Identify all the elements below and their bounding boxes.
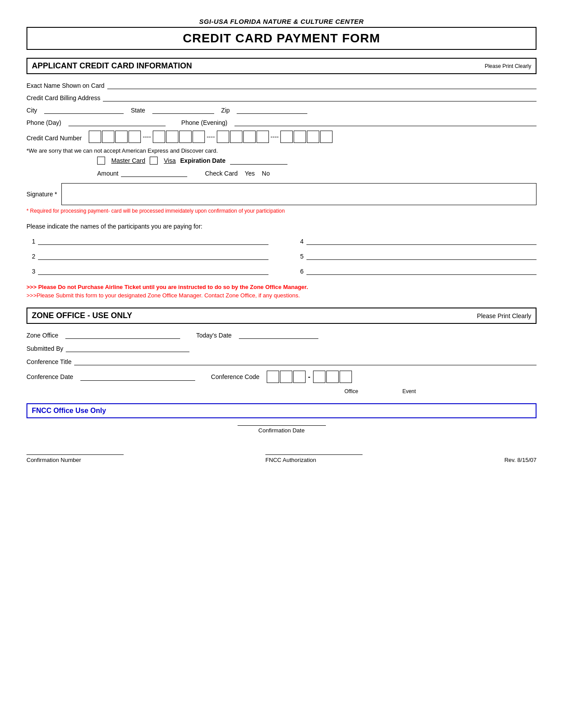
- cc-box-8[interactable]: [193, 131, 205, 143]
- event-label: Event: [402, 388, 416, 394]
- cc-box-13[interactable]: [280, 131, 293, 143]
- mastercard-checkbox[interactable]: [97, 157, 105, 165]
- submitted-by-label: Submitted By: [26, 345, 63, 352]
- participant-number-5: 5: [295, 253, 304, 260]
- participants-intro: Please indicate the names of the partici…: [26, 223, 537, 230]
- zone-section-title: ZONE OFFICE - USE ONLY: [32, 311, 132, 320]
- participant-row-2: 2: [26, 252, 268, 260]
- phone-day-label: Phone (Day): [26, 119, 61, 126]
- code-box-2[interactable]: [280, 371, 292, 383]
- participant-field-1[interactable]: [38, 237, 268, 245]
- participant-field-5[interactable]: [306, 252, 537, 260]
- participant-field-6[interactable]: [306, 267, 537, 275]
- amount-label: Amount: [97, 170, 118, 177]
- zip-field[interactable]: [237, 106, 307, 114]
- participant-number-4: 4: [295, 238, 304, 245]
- participant-row-3: 3: [26, 267, 268, 275]
- amount-row: Amount Check Card Yes No: [97, 169, 537, 177]
- todays-date-label: Today's Date: [196, 332, 232, 339]
- signature-box[interactable]: [61, 183, 537, 205]
- cc-box-6[interactable]: [166, 131, 178, 143]
- yes-label: Yes: [245, 170, 255, 177]
- participant-number-2: 2: [26, 253, 35, 260]
- participants-grid: 1 4 2 5 3 6: [26, 237, 537, 275]
- code-box-3[interactable]: [293, 371, 306, 383]
- confirmation-date-label: Confirmation Date: [258, 427, 305, 434]
- participant-number-1: 1: [26, 238, 35, 245]
- participant-row-1: 1: [26, 237, 268, 245]
- signature-row: Signature *: [26, 183, 537, 205]
- exact-name-field[interactable]: [107, 81, 537, 89]
- state-label: State: [131, 107, 145, 114]
- conference-date-code-row: Conference Date Conference Code -: [26, 371, 537, 383]
- amount-section: Amount: [97, 169, 187, 177]
- rev-label: Rev. 8/15/07: [504, 457, 537, 463]
- form-title: CREDIT CARD PAYMENT FORM: [26, 27, 537, 50]
- office-event-labels: Office Event: [344, 388, 537, 394]
- code-dash: -: [308, 373, 310, 381]
- expiration-field[interactable]: [230, 157, 287, 165]
- billing-address-label: Credit Card Billing Address: [26, 94, 100, 101]
- submitted-by-field[interactable]: [66, 344, 189, 352]
- cc-box-9[interactable]: [217, 131, 229, 143]
- city-field[interactable]: [44, 106, 124, 114]
- phone-row: Phone (Day) Phone (Evening): [26, 118, 537, 126]
- zone-office-row: Zone Office Today's Date: [26, 331, 537, 339]
- zone-section-header: ZONE OFFICE - USE ONLY Please Print Clea…: [26, 308, 537, 324]
- cc-box-12[interactable]: [257, 131, 269, 143]
- fncc-auth-label: FNCC Authorization: [265, 457, 363, 463]
- zip-label: Zip: [221, 107, 230, 114]
- conference-date-field[interactable]: [80, 373, 195, 381]
- cc-box-1[interactable]: [89, 131, 101, 143]
- cc-box-4[interactable]: [128, 131, 141, 143]
- cc-box-7[interactable]: [179, 131, 192, 143]
- city-label: City: [26, 107, 37, 114]
- cc-dash-1: ----: [143, 133, 151, 140]
- code-box-6[interactable]: [340, 371, 352, 383]
- phone-evening-field[interactable]: [234, 118, 537, 126]
- applicant-print-clearly: Please Print Clearly: [485, 63, 531, 69]
- fncc-auth-block: FNCC Authorization: [265, 447, 363, 463]
- visa-checkbox[interactable]: [150, 157, 158, 165]
- cc-dash-2: ----: [207, 133, 215, 140]
- confirmation-number-line[interactable]: [26, 447, 124, 455]
- exact-name-label: Exact Name Shown on Card: [26, 82, 105, 89]
- zone-print-clearly: Please Print Clearly: [477, 312, 531, 319]
- required-note: * Required for processing payment- card …: [26, 208, 537, 214]
- zone-office-field[interactable]: [65, 331, 180, 339]
- participant-field-3[interactable]: [38, 267, 268, 275]
- confirmation-number-block: Confirmation Number: [26, 447, 124, 463]
- cc-box-10[interactable]: [230, 131, 242, 143]
- cc-box-2[interactable]: [102, 131, 114, 143]
- state-field[interactable]: [152, 106, 214, 114]
- confirmation-number-label: Confirmation Number: [26, 457, 124, 463]
- phone-day-field[interactable]: [68, 118, 166, 126]
- cc-box-11[interactable]: [243, 131, 256, 143]
- conference-title-field[interactable]: [74, 357, 537, 365]
- billing-address-field[interactable]: [103, 94, 537, 101]
- conf-bottom-row: Confirmation Number FNCC Authorization R…: [26, 447, 537, 463]
- mastercard-label: Master Card: [111, 157, 145, 164]
- code-box-4[interactable]: [313, 371, 325, 383]
- cc-box-3[interactable]: [115, 131, 128, 143]
- todays-date-field[interactable]: [239, 331, 318, 339]
- code-box-1[interactable]: [267, 371, 279, 383]
- code-box-5[interactable]: [326, 371, 339, 383]
- cc-box-15[interactable]: [307, 131, 319, 143]
- submit-info: >>>Please Submit this form to your desig…: [26, 292, 537, 299]
- cc-box-5[interactable]: [153, 131, 165, 143]
- applicant-section-title: APPLICANT CREDIT CARD INFORMATION: [32, 61, 192, 71]
- participant-field-2[interactable]: [38, 252, 268, 260]
- participant-number-3: 3: [26, 268, 35, 275]
- card-type-row: Master Card Visa Expiration Date: [97, 157, 537, 165]
- phone-evening-label: Phone (Evening): [181, 119, 227, 126]
- cc-box-16[interactable]: [320, 131, 333, 143]
- check-card-section: Check Card Yes No: [205, 170, 270, 177]
- participant-field-4[interactable]: [306, 237, 537, 245]
- cc-box-14[interactable]: [294, 131, 306, 143]
- participant-row-5: 5: [295, 252, 537, 260]
- cc-dash-3: ----: [271, 133, 279, 140]
- fncc-auth-line[interactable]: [265, 447, 363, 455]
- amount-field[interactable]: [121, 169, 187, 177]
- confirmation-date-line[interactable]: [238, 425, 326, 426]
